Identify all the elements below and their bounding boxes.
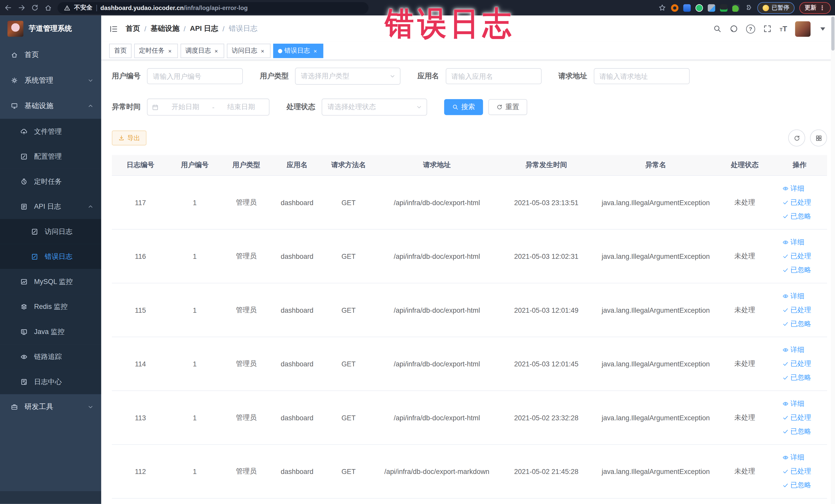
tab[interactable]: 访问日志 <box>227 44 270 58</box>
sidebar-item[interactable]: 配置管理 <box>0 144 101 169</box>
table-row[interactable]: 114 1 管理员 dashboard GET /api/infra/db-do… <box>112 337 827 391</box>
sidebar-item[interactable]: 首页 <box>0 42 101 68</box>
font-size-icon[interactable] <box>779 25 787 33</box>
reload-icon[interactable] <box>31 4 39 12</box>
column-header: 请求方法名 <box>322 155 375 176</box>
forward-icon[interactable] <box>18 4 25 12</box>
extensions-puzzle-icon[interactable] <box>745 4 752 12</box>
processed-link[interactable]: 已处理 <box>782 249 816 263</box>
sidebar-item[interactable]: MySQL 监控 <box>0 269 101 294</box>
processed-link[interactable]: 已处理 <box>782 195 816 209</box>
java-icon <box>20 328 28 335</box>
request-url-input[interactable] <box>593 68 689 84</box>
exception-time-range-picker[interactable]: 开始日期 - 结束日期 <box>147 99 269 116</box>
close-icon[interactable] <box>312 48 319 54</box>
detail-link[interactable]: 详细 <box>782 182 816 195</box>
back-icon[interactable] <box>4 4 12 12</box>
fullscreen-icon[interactable] <box>763 24 772 33</box>
detail-link[interactable]: 详细 <box>782 343 816 357</box>
close-icon[interactable] <box>213 48 220 54</box>
search-icon[interactable] <box>713 24 721 33</box>
sidebar-item[interactable]: 定时任务 <box>0 169 101 194</box>
breadcrumb-item[interactable]: 首页 <box>126 24 140 33</box>
detail-link[interactable]: 详细 <box>782 289 816 303</box>
extension-icon[interactable] <box>683 4 691 12</box>
extension-icon[interactable] <box>732 4 740 12</box>
close-icon[interactable] <box>167 48 173 54</box>
tab[interactable]: 首页 <box>109 44 131 58</box>
processed-link[interactable]: 已处理 <box>782 303 816 317</box>
close-icon[interactable] <box>259 48 266 54</box>
extension-icon[interactable] <box>696 4 703 12</box>
processed-link[interactable]: 已处理 <box>782 411 816 425</box>
detail-link[interactable]: 详细 <box>782 236 816 249</box>
detail-link[interactable]: 详细 <box>782 450 816 464</box>
ignored-link[interactable]: 已忽略 <box>782 317 816 331</box>
request-url-cell: /api/infra/db-doc/export-html <box>375 229 499 283</box>
processed-link[interactable]: 已处理 <box>782 464 816 478</box>
bookmark-star-icon[interactable] <box>658 4 666 12</box>
scrollbar-thumb[interactable] <box>831 16 834 51</box>
processed-link[interactable]: 已处理 <box>782 357 816 371</box>
detail-link[interactable]: 详细 <box>782 397 816 411</box>
ignored-link[interactable]: 已忽略 <box>782 425 816 439</box>
ignored-link[interactable]: 已忽略 <box>782 371 816 385</box>
table-row[interactable]: 117 1 管理员 dashboard GET /api/infra/db-do… <box>112 176 827 229</box>
breadcrumb-item[interactable]: 基础设施 <box>151 24 179 33</box>
home-icon[interactable] <box>44 4 52 12</box>
github-icon[interactable] <box>730 24 738 33</box>
breadcrumb-item[interactable]: API 日志 <box>190 24 219 33</box>
chrome-menu-icon[interactable]: ⋮ <box>819 4 826 12</box>
sidebar-item[interactable]: 系统管理 <box>0 67 101 93</box>
column-settings-button[interactable] <box>810 129 827 146</box>
caret-down-icon[interactable] <box>819 24 827 33</box>
app-logo[interactable]: 芋道管理系统 <box>0 15 101 42</box>
sidebar-item[interactable]: Redis 监控 <box>0 294 101 319</box>
breadcrumb-item[interactable]: 错误日志 <box>229 24 258 33</box>
sidebar-item[interactable]: 文件管理 <box>0 119 101 144</box>
main-area: 首页 / 基础设施 / API 日志 <box>101 15 835 504</box>
collapse-menu-icon[interactable] <box>109 24 118 33</box>
sidebar-item[interactable]: 链路追踪 <box>0 344 101 369</box>
tab[interactable]: 错误日志 <box>273 44 323 58</box>
avatar[interactable] <box>795 21 811 37</box>
ignored-link[interactable]: 已忽略 <box>782 263 816 277</box>
update-button[interactable]: 更新⋮ <box>799 2 831 14</box>
tab[interactable]: 定时任务 <box>134 44 178 58</box>
sidebar-item[interactable]: 研发工具 <box>0 394 101 420</box>
table-row[interactable]: 113 1 管理员 dashboard GET /api/infra/db-do… <box>112 391 827 445</box>
user-type-select[interactable]: 请选择用户类型 <box>295 67 401 84</box>
ignored-link[interactable]: 已忽略 <box>782 209 816 223</box>
tab[interactable]: 调度日志 <box>180 44 224 58</box>
address-bar[interactable]: 不安全 dashboard.yudao.iocoder.cn/infra/log… <box>58 2 369 14</box>
sidebar-item[interactable]: 访问日志 <box>0 219 101 244</box>
page-scrollbar[interactable] <box>831 15 835 504</box>
user-id-input[interactable] <box>147 68 243 84</box>
table-row[interactable]: 115 1 管理员 dashboard GET /api/infra/db-do… <box>112 283 827 337</box>
search-button[interactable]: 搜索 <box>444 99 483 115</box>
export-button[interactable]: 导出 <box>112 130 147 145</box>
paused-badge[interactable]: 已暂停 <box>757 2 794 14</box>
extension-icon[interactable] <box>720 4 728 12</box>
reset-button[interactable]: 重置 <box>488 99 527 115</box>
trace-icon <box>20 353 28 360</box>
chevron-up-icon <box>87 203 94 209</box>
help-icon[interactable] <box>746 24 755 33</box>
extension-icon[interactable] <box>708 4 715 12</box>
request-url-cell: /api/infra/db-doc/export-html <box>375 391 499 445</box>
process-status-select[interactable]: 请选择处理状态 <box>322 99 427 116</box>
ignored-link[interactable]: 已忽略 <box>782 478 816 492</box>
refresh-table-button[interactable] <box>788 129 805 146</box>
sidebar-item[interactable]: 日志中心 <box>0 369 101 395</box>
table-row[interactable]: 112 1 管理员 dashboard GET /api/infra/db-do… <box>112 444 827 498</box>
sidebar-item[interactable]: API 日志 <box>0 194 101 219</box>
sidebar-item[interactable]: Java 监控 <box>0 319 101 344</box>
extension-icon[interactable] <box>671 4 678 12</box>
logo-image <box>7 21 23 37</box>
table-row[interactable]: 116 1 管理员 dashboard GET /api/infra/db-do… <box>112 229 827 283</box>
home-icon <box>11 51 18 59</box>
sidebar-item[interactable]: 错误日志 <box>0 244 101 269</box>
app-name-input[interactable] <box>445 68 541 84</box>
sidebar-item[interactable]: 基础设施 <box>0 93 101 119</box>
breadcrumb-separator: / <box>184 25 186 33</box>
